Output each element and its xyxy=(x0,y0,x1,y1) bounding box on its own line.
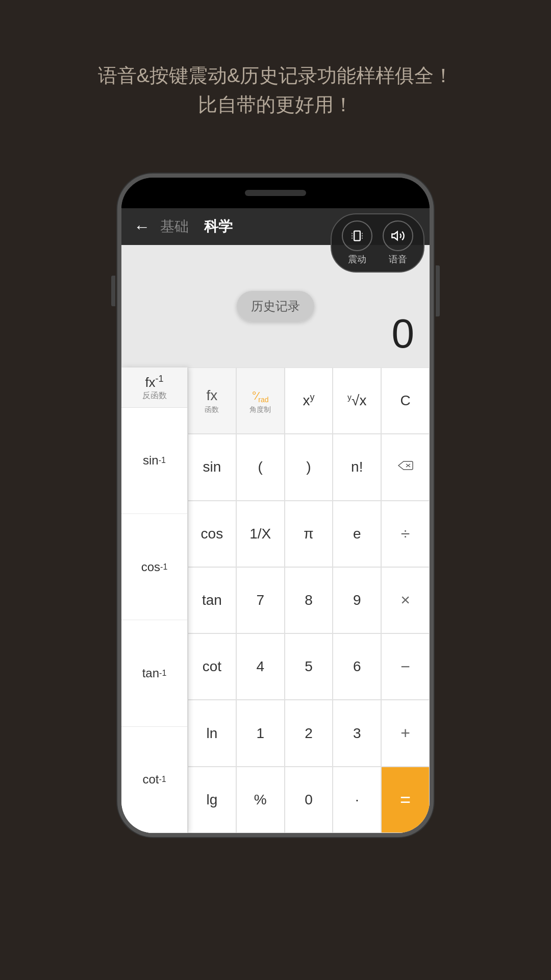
tab-basic[interactable]: 基础 xyxy=(160,217,189,236)
side-fx-main: fx-1 xyxy=(127,374,182,390)
key-main-label: 6 xyxy=(353,658,361,675)
key-main-label: × xyxy=(400,591,410,609)
key-main-label: 3 xyxy=(353,725,361,742)
key-x-[interactable]: xy xyxy=(285,368,333,434)
calculator-app: ← 基础 科学 震动 xyxy=(121,208,430,833)
key-main-label: 7 xyxy=(256,592,264,608)
key--[interactable]: ( xyxy=(236,434,285,500)
key-fx[interactable]: fx函数 xyxy=(188,368,236,434)
vibrate-icon xyxy=(342,220,372,251)
back-button[interactable]: ← xyxy=(134,217,150,236)
phone-notch xyxy=(121,178,430,208)
phone-speaker xyxy=(245,190,306,196)
key-main-label: tan xyxy=(202,592,222,608)
key-0[interactable]: 0 xyxy=(285,767,333,833)
key-sub-label: 角度制 xyxy=(249,405,271,414)
key-main-label: e xyxy=(353,526,361,542)
key--[interactable]: % xyxy=(236,767,285,833)
key-main-label: sin xyxy=(203,459,221,475)
key--[interactable]: · xyxy=(333,767,381,833)
key-n-[interactable]: n! xyxy=(333,434,381,500)
key-main-label: C xyxy=(400,393,410,409)
vibrate-label: 震动 xyxy=(348,253,366,265)
key-sin[interactable]: sin xyxy=(188,434,236,500)
key-9[interactable]: 9 xyxy=(333,567,381,633)
phone-frame: ← 基础 科学 震动 xyxy=(117,174,434,837)
side-panel-header: fx-1 反函数 xyxy=(121,368,187,407)
sound-label: 语音 xyxy=(389,253,407,265)
side-sin-inv[interactable]: sin-1 xyxy=(121,408,187,514)
key-cos[interactable]: cos xyxy=(188,501,236,567)
promo-text: 语音&按键震动&历史记录功能样样俱全！ 比自带的更好用！ xyxy=(0,0,551,150)
key-tan[interactable]: tan xyxy=(188,567,236,633)
key-8[interactable]: 8 xyxy=(285,567,333,633)
history-button[interactable]: 历史记录 xyxy=(237,291,314,322)
key-4[interactable]: 4 xyxy=(236,633,285,700)
key-main-label: · xyxy=(355,792,359,808)
side-cot-inv[interactable]: cot-1 xyxy=(121,727,187,833)
key-main-label: fx xyxy=(207,387,218,404)
key-main-label: n! xyxy=(351,459,363,475)
calc-keyboard: fx-1 反函数 sin-1 cos-1 tan-1 cot-1 fx函数°⁄r… xyxy=(121,368,430,833)
key-main-label: = xyxy=(400,789,411,811)
key--[interactable]: + xyxy=(381,700,430,766)
key-main-label: xy xyxy=(303,392,314,409)
key-main-label: 9 xyxy=(353,592,361,608)
key-main-label: ln xyxy=(207,725,218,742)
key-main-label: 2 xyxy=(305,725,313,742)
key-main-label xyxy=(397,459,414,475)
key-6[interactable]: 6 xyxy=(333,633,381,700)
key--[interactable]: × xyxy=(381,567,430,633)
svg-marker-1 xyxy=(392,232,397,240)
promo-line2: 比自带的更好用！ xyxy=(31,90,520,119)
floating-menu: 震动 语音 xyxy=(331,213,424,273)
key-main-label: 1 xyxy=(256,725,264,742)
key---rad[interactable]: °⁄rad角度制 xyxy=(236,368,285,434)
key-main-label: π xyxy=(304,526,313,542)
key-main-label: cos xyxy=(201,526,223,542)
key-main-label: 0 xyxy=(305,792,313,808)
side-button-right xyxy=(436,265,440,316)
key--[interactable]: − xyxy=(381,633,430,700)
tab-science[interactable]: 科学 xyxy=(204,217,233,236)
key-main-label: y√x xyxy=(347,393,366,409)
key--[interactable]: ) xyxy=(285,434,333,500)
svg-rect-0 xyxy=(354,231,360,241)
side-fx-sublabel: 反函数 xyxy=(127,390,182,401)
key-main-label: − xyxy=(400,657,410,676)
key-ln[interactable]: ln xyxy=(188,700,236,766)
key-3[interactable]: 3 xyxy=(333,700,381,766)
key--[interactable]: ÷ xyxy=(381,501,430,567)
key-main-label: + xyxy=(400,724,410,743)
side-tan-inv[interactable]: tan-1 xyxy=(121,620,187,726)
key--[interactable]: π xyxy=(285,501,333,567)
calc-toolbar: ← 基础 科学 震动 xyxy=(121,208,430,245)
promo-line1: 语音&按键震动&历史记录功能样样俱全！ xyxy=(31,61,520,90)
key-main-label: ( xyxy=(258,459,263,475)
sound-menu-item[interactable]: 语音 xyxy=(383,220,413,265)
vibrate-menu-item[interactable]: 震动 xyxy=(342,220,372,265)
key-lg[interactable]: lg xyxy=(188,767,236,833)
key-main-label: % xyxy=(254,792,267,808)
key-main-label: cot xyxy=(203,658,221,675)
display-value: 0 xyxy=(392,310,415,357)
key---x[interactable]: y√x xyxy=(333,368,381,434)
key--[interactable] xyxy=(381,434,430,500)
key-7[interactable]: 7 xyxy=(236,567,285,633)
side-cos-inv[interactable]: cos-1 xyxy=(121,514,187,620)
sound-icon xyxy=(383,220,413,251)
key-cot[interactable]: cot xyxy=(188,633,236,700)
main-keys: fx函数°⁄rad角度制xyy√xCsin()n!cos1/Xπe÷tan789… xyxy=(188,368,430,833)
key-main-label: ) xyxy=(306,459,311,475)
phone-container: ← 基础 科学 震动 xyxy=(117,174,434,837)
key-2[interactable]: 2 xyxy=(285,700,333,766)
key-main-label: ÷ xyxy=(401,524,410,543)
key-1-X[interactable]: 1/X xyxy=(236,501,285,567)
key-1[interactable]: 1 xyxy=(236,700,285,766)
key-e[interactable]: e xyxy=(333,501,381,567)
key-C[interactable]: C xyxy=(381,368,430,434)
key-5[interactable]: 5 xyxy=(285,633,333,700)
key-main-label: °⁄rad xyxy=(252,387,269,404)
key--[interactable]: = xyxy=(381,767,430,833)
key-sub-label: 函数 xyxy=(205,405,219,414)
